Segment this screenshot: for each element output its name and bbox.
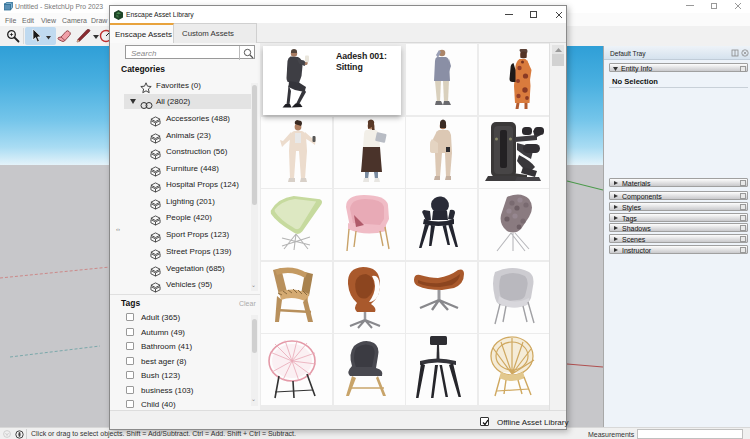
svg-text:Sitting: Sitting [336, 62, 363, 72]
svg-text:Aadesh 001:: Aadesh 001: [336, 51, 387, 61]
